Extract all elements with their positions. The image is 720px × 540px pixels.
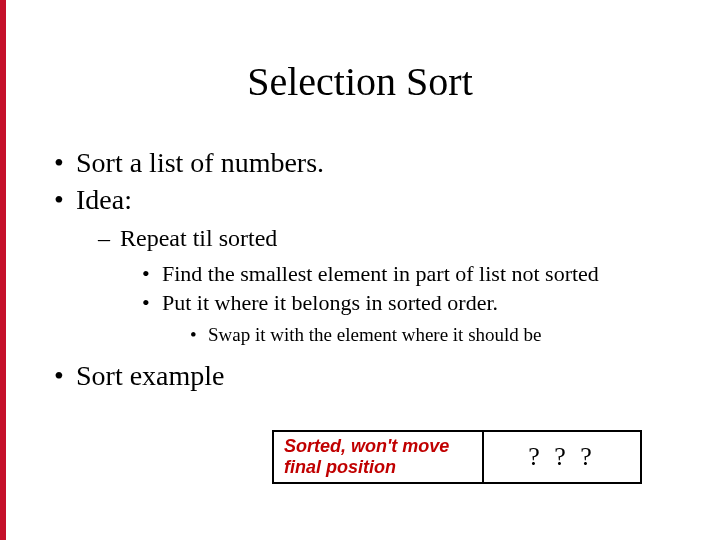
bullet-level0: •Idea: — [54, 182, 680, 217]
unsorted-region-box: ? ? ? — [484, 430, 642, 484]
bullet-text: Sort example — [76, 360, 225, 391]
bullet-level2: •Find the smallest element in part of li… — [142, 260, 680, 289]
bullet-level0: •Sort example — [54, 358, 680, 393]
bullet-dot-icon: • — [142, 289, 162, 318]
bullet-dot-icon: • — [54, 182, 76, 217]
bullet-text: Swap it with the element where it should… — [208, 324, 541, 345]
slide-body: •Sort a list of numbers. •Idea: –Repeat … — [54, 145, 680, 393]
bullet-dot-icon: • — [190, 323, 208, 348]
sorted-label-line2: final position — [284, 457, 396, 477]
bullet-dot-icon: • — [54, 358, 76, 393]
sorted-region-label: Sorted, won't move final position — [284, 436, 449, 477]
bullet-text: Sort a list of numbers. — [76, 147, 324, 178]
bullet-dash-icon: – — [98, 223, 120, 254]
bullet-dot-icon: • — [142, 260, 162, 289]
sorted-label-line1: Sorted, won't move — [284, 436, 449, 456]
bullet-level1: –Repeat til sorted — [98, 223, 680, 254]
bullet-dot-icon: • — [54, 145, 76, 180]
bullet-level2: •Put it where it belongs in sorted order… — [142, 289, 680, 318]
sort-diagram: Sorted, won't move final position ? ? ? — [272, 430, 642, 484]
bullet-text: Put it where it belongs in sorted order. — [162, 290, 498, 315]
bullet-text: Find the smallest element in part of lis… — [162, 261, 599, 286]
slide-accent-strip — [0, 0, 6, 540]
unsorted-label: ? ? ? — [528, 442, 596, 472]
slide-title: Selection Sort — [0, 58, 720, 105]
sorted-region-box: Sorted, won't move final position — [272, 430, 484, 484]
bullet-text: Repeat til sorted — [120, 225, 277, 251]
bullet-level3: •Swap it with the element where it shoul… — [190, 323, 680, 348]
bullet-level0: •Sort a list of numbers. — [54, 145, 680, 180]
bullet-text: Idea: — [76, 184, 132, 215]
